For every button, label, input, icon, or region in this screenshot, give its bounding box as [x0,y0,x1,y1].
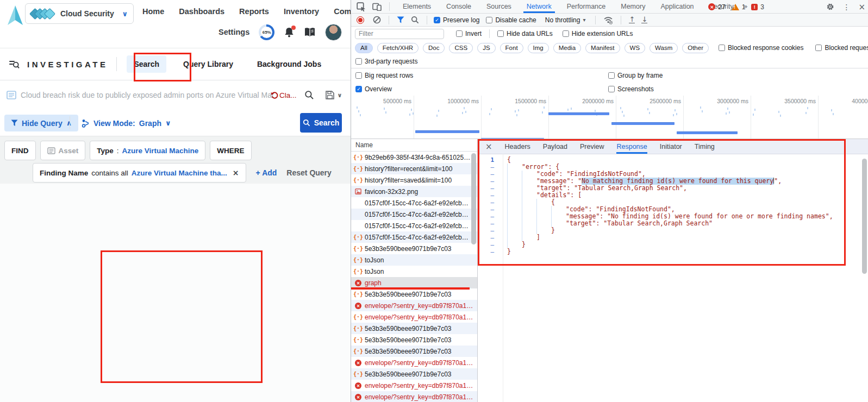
request-row[interactable]: ×graph [351,277,477,288]
notifications-bell-icon[interactable] [284,27,295,38]
devtools-tab-memory[interactable]: Memory [620,1,646,13]
preserve-log-checkbox[interactable]: ✓Preserve log [434,16,479,24]
screenshots-checkbox[interactable]: ✓Screenshots [608,85,654,93]
inspect-element-icon[interactable] [357,2,366,11]
query-input-text[interactable]: Cloud breach risk due to publicly expose… [21,91,274,99]
group-by-frame-checkbox[interactable]: ✓Group by frame [608,72,663,79]
type-chip-css[interactable]: CSS [449,43,473,53]
overview-checkbox[interactable]: ✓Overview [355,85,392,93]
settings-link[interactable]: Settings [218,28,249,36]
detail-tab-headers[interactable]: Headers [505,139,530,154]
request-row[interactable]: {·}history?filter=recent&limit=100 [351,163,477,174]
devtools-tab-performance[interactable]: Performance [566,1,607,13]
settings-gear-icon[interactable] [826,3,834,11]
network-conditions-icon[interactable] [603,16,613,24]
remove-condition-icon[interactable]: × [233,168,239,177]
devtools-tab-application[interactable]: Application [659,1,695,13]
request-row[interactable]: ×envelope/?sentry_key=db97f870a1… [351,380,477,391]
export-har-icon[interactable]: ↓ [641,16,647,23]
big-request-rows-checkbox[interactable]: ✓Big request rows [355,72,413,79]
type-chip-img[interactable]: Img [528,43,549,53]
throttling-select[interactable]: No throttling ▾ [545,16,586,24]
request-row[interactable]: {·}9b29eb69-385f-43f4-9c8a-651025… [351,152,477,163]
console-warnings-icon[interactable] [732,4,739,10]
request-row[interactable]: ×envelope/?sentry_key=db97f870a1… [351,357,477,368]
request-row[interactable]: {·}history?filter=saved&limit=100 [351,174,477,186]
issues-icon[interactable]: ! [751,4,758,10]
hide-data-urls-checkbox[interactable]: ✓Hide data URLs [497,30,553,37]
request-row[interactable]: {·}5e3b3e590beee9071b9e7c03 [351,323,477,334]
docs-book-icon[interactable] [304,27,316,37]
where-chip[interactable]: WHERE [210,141,251,160]
type-chip-js[interactable]: JS [477,43,495,53]
type-chip-other[interactable]: Other [682,43,709,53]
chevron-down-icon[interactable]: ∨ [122,10,128,18]
type-chip-font[interactable]: Font [500,43,523,53]
search-magnifier-icon[interactable] [304,90,314,100]
find-chip[interactable]: FIND [4,141,36,160]
detail-tab-timing[interactable]: Timing [695,139,715,154]
asset-chip[interactable]: Asset [40,141,86,160]
clear-network-log-icon[interactable] [373,16,381,24]
search-network-icon[interactable] [411,16,419,24]
detail-tab-preview[interactable]: Preview [580,139,604,154]
type-chip-all[interactable]: All [355,43,373,53]
request-row[interactable]: favicon-32x32.png [351,186,477,197]
type-chip-wasm[interactable]: Wasm [650,43,678,53]
overflow-menu-icon[interactable]: ⋮ [842,3,850,11]
request-row[interactable]: {·}5e3b3e590beee9071b9e7c03 [351,346,477,357]
query-search-row[interactable]: Cloud breach risk due to publicly expose… [0,80,351,110]
workspace-switcher[interactable]: Cloud Security ∨ [25,3,134,24]
run-search-button[interactable]: Search [300,113,342,133]
import-har-icon[interactable]: ↑ [629,16,635,23]
type-chip-manifest[interactable]: Manifest [585,43,620,53]
detail-tab-response[interactable]: Response [616,139,647,154]
detail-tab-payload[interactable]: Payload [543,139,567,154]
request-row[interactable]: {·}5e3b3e590beee9071b9e7c03 [351,368,477,380]
request-row[interactable]: {·}5e3b3e590beee9071b9e7c03 [351,334,477,346]
network-filter-input[interactable] [355,29,444,39]
nav-item-dashboards[interactable]: Dashboards [179,7,224,16]
nav-item-home[interactable]: Home [142,7,164,16]
user-avatar[interactable] [325,24,342,41]
investigate-tab-search[interactable]: Search [127,55,166,73]
response-body-viewer[interactable]: 1{–"error": {–"code": "FindingIdsNotFoun… [478,154,868,402]
request-row[interactable]: ×envelope/?sentry_key=db97f870a1… [351,300,477,311]
request-row[interactable]: {·}envelope/?sentry_key=db97f870a1… [351,311,477,323]
add-condition-button[interactable]: + Add [256,168,277,177]
response-scrollbar[interactable] [862,159,867,274]
devtools-tab-console[interactable]: Console [445,1,472,13]
close-detail-icon[interactable]: × [485,142,492,152]
type-chip-ws[interactable]: WS [625,43,646,53]
type-chip-fetch-xhr[interactable]: Fetch/XHR [377,43,419,53]
request-row[interactable]: {·}0157cf0f-15cc-47cc-6a2f-e92efcb… [351,231,477,243]
request-row[interactable]: ×envelope/?sentry_key=db97f870a1… [351,391,477,402]
hide-extension-urls-checkbox[interactable]: ✓Hide extension URLs [563,30,633,37]
network-overview-timeline[interactable]: 500000 ms1000000 ms1500000 ms2000000 ms2… [351,96,868,139]
request-row[interactable]: 0157cf0f-15cc-47cc-6a2f-e92efcb… [351,220,477,231]
record-network-log-icon[interactable] [357,16,364,24]
type-chip-doc[interactable]: Doc [423,43,445,53]
request-row[interactable]: {·}5e3b3e590beee9071b9e7c03 [351,243,477,254]
view-mode-selector[interactable]: View Mode: Graph ∨ [82,115,171,131]
hide-query-button[interactable]: Hide Query ∧ [4,115,78,131]
devtools-tab-sources[interactable]: Sources [485,1,513,13]
console-errors-icon[interactable]: × [708,3,715,10]
filter-funnel-icon[interactable] [397,16,404,23]
request-row[interactable]: 0157cf0f-15cc-47cc-6a2f-e92efcb… [351,197,477,209]
investigate-tab-background-jobs[interactable]: Background Jobs [250,55,328,73]
request-row[interactable]: {·}5e3b3e590beee9071b9e7c03 [351,288,477,300]
request-row[interactable]: {·}toJson [351,266,477,277]
nav-item-reports[interactable]: Reports [239,7,269,16]
nav-item-inventory[interactable]: Inventory [284,7,319,16]
invert-checkbox[interactable]: ✓Invert [456,30,482,37]
close-devtools-icon[interactable]: × [858,2,865,12]
device-toolbar-icon[interactable] [372,2,382,11]
reset-query-button[interactable]: Reset Query [286,168,331,177]
save-query-icon[interactable] [325,90,335,100]
type-chip-media[interactable]: Media [553,43,581,53]
request-name-column-header[interactable]: Name [351,139,477,152]
investigate-tab-query-library[interactable]: Query Library [176,55,240,73]
blocked-response-cookies-checkbox[interactable]: ✓Blocked response cookies [719,44,803,52]
type-chip[interactable]: Type : Azure Virtual Machine [90,141,205,160]
